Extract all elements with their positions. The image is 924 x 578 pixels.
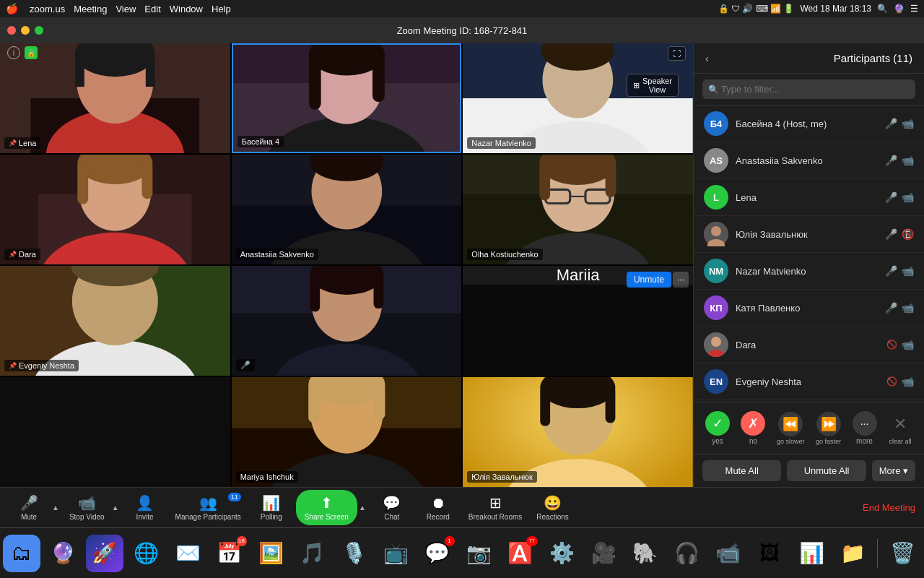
info-icon[interactable]: i xyxy=(7,46,20,59)
polling-button[interactable]: 📊 Polling xyxy=(250,491,293,524)
mute-all-button[interactable]: Mute All xyxy=(702,460,781,481)
mic-icon: 🎤 xyxy=(885,118,897,129)
dock-finder[interactable]: 🗂 xyxy=(3,535,40,572)
fullscreen-button[interactable]: ⛶ xyxy=(668,46,686,61)
participant-name: Anastasiia Sakvenko xyxy=(736,155,878,166)
reaction-go-slower[interactable]: ⏪ go slower xyxy=(777,412,805,445)
video-cell-lena[interactable]: 📌 Lena xyxy=(0,43,230,153)
menu-window[interactable]: Window xyxy=(170,4,203,14)
dock-zoom[interactable]: 🎥 xyxy=(585,535,622,572)
maximize-button[interactable] xyxy=(35,26,43,35)
menu-edit[interactable]: Edit xyxy=(144,4,160,14)
reaction-no[interactable]: ✗ no xyxy=(741,411,765,445)
dock-podcasts[interactable]: 🎙️ xyxy=(336,535,373,572)
video-cell-mariya[interactable]: Mariya Ishchuk xyxy=(232,377,462,487)
video-cell-evgeniy[interactable]: 📌 Evgeniy Neshta xyxy=(0,266,230,376)
menubar-control[interactable]: ☰ xyxy=(910,4,918,14)
share-arrow[interactable]: ▲ xyxy=(357,504,367,512)
list-item[interactable]: Юлія Завальнюк 🎤 📵 xyxy=(694,216,924,253)
list-item[interactable]: Dara 🚫 📹 xyxy=(694,327,924,363)
dock-powerpoint[interactable]: 📊 xyxy=(793,535,830,572)
dock-music[interactable]: 🎵 xyxy=(294,535,331,572)
reaction-yes[interactable]: ✓ yes xyxy=(705,411,730,445)
video-cell-mariia[interactable]: Mariia Unmute ··· xyxy=(463,266,693,376)
breakout-rooms-button[interactable]: ⊞ Breakout Rooms xyxy=(463,491,528,524)
security-icon[interactable]: 🔒 xyxy=(25,46,38,59)
video-cell-avatar-small[interactable]: 🎤 xyxy=(232,266,462,376)
speaker-view-button[interactable]: ⊞ Speaker View xyxy=(627,74,679,97)
dock-calendar[interactable]: 📅 18 xyxy=(211,535,248,572)
participant-search-input[interactable] xyxy=(702,79,915,99)
avatar: NM xyxy=(704,259,728,283)
reaction-clear-all[interactable]: ✕ clear all xyxy=(888,412,912,445)
video-cell-anastasiia[interactable]: Anastasiia Sakvenko xyxy=(232,155,462,264)
stop-video-button[interactable]: 📹 Stop Video xyxy=(64,491,110,524)
record-button[interactable]: ⏺ Record xyxy=(417,492,460,524)
reaction-go-faster[interactable]: ⏩ go faster xyxy=(816,412,841,445)
video-arrow[interactable]: ▲ xyxy=(110,504,121,512)
dock-launchpad[interactable]: 🚀 xyxy=(86,535,123,572)
end-meeting-button[interactable]: End Meeting xyxy=(854,498,924,517)
menu-view[interactable]: View xyxy=(116,4,136,14)
minimize-button[interactable] xyxy=(21,26,30,35)
menubar-siri[interactable]: 🔮 xyxy=(894,4,905,14)
reactions-button[interactable]: 😀 Reactions xyxy=(531,491,574,524)
dock-zoom2[interactable]: 📹 xyxy=(710,535,747,572)
dock-vox[interactable]: 🎧 xyxy=(668,535,705,572)
dock-mail[interactable]: ✉️ xyxy=(169,535,206,572)
invite-button[interactable]: 👤 Invite xyxy=(123,491,167,524)
dock-siri[interactable]: 🔮 xyxy=(45,535,82,572)
list-item[interactable]: NM Nazar Matvienko 🎤 📹 xyxy=(694,253,924,290)
manage-participants-button[interactable]: 👥 Manage Participants 11 xyxy=(170,491,247,524)
label-nazar: Nazar Matvienko xyxy=(467,137,536,149)
chat-label: Chat xyxy=(384,513,399,521)
more-options-button[interactable]: ··· xyxy=(673,272,689,288)
dock-tv[interactable]: 📺 xyxy=(377,535,414,572)
dock-appstore[interactable]: 🅰️ 77 xyxy=(502,535,539,572)
menu-help[interactable]: Help xyxy=(212,4,231,14)
list-item[interactable]: Б4 Басейна 4 (Host, me) 🎤 📹 xyxy=(694,105,924,142)
dock-photos[interactable]: 🖼️ xyxy=(253,535,290,572)
panel-more-button[interactable]: More ▾ xyxy=(872,460,915,481)
close-button[interactable] xyxy=(7,26,16,35)
dock-trash[interactable]: 🗑️ xyxy=(884,535,921,572)
chat-button[interactable]: 💬 Chat xyxy=(370,491,414,524)
dock-evernote[interactable]: 🐘 xyxy=(627,535,664,572)
unmute-all-button[interactable]: Unmute All xyxy=(787,460,866,481)
mute-button[interactable]: 🎤 Mute xyxy=(7,491,51,524)
list-item[interactable]: EN Evgeniy Neshta 🚫 📹 xyxy=(694,363,924,400)
menubar-search[interactable]: 🔍 xyxy=(877,4,888,14)
unmute-button[interactable]: Unmute xyxy=(627,272,671,288)
dock-facetime[interactable]: 📷 xyxy=(461,535,498,572)
list-item[interactable]: AS Anastasiia Sakvenko 🎤 📹 xyxy=(694,142,924,179)
cam-muted-icon: 📵 xyxy=(902,228,914,240)
apple-menu[interactable]: 🍎 xyxy=(6,3,18,14)
list-item[interactable]: КП Катя Павленко 🎤 📹 xyxy=(694,290,924,327)
video-cell-dara[interactable]: 📌 Dara xyxy=(0,155,230,264)
menu-meeting[interactable]: Meeting xyxy=(74,4,107,14)
participant-name: Басейна 4 (Host, me) xyxy=(736,118,878,129)
dock-finder2[interactable]: 📁 xyxy=(834,535,872,572)
clear-all-label: clear all xyxy=(889,438,911,445)
video-cell-basena4[interactable]: Басейна 4 xyxy=(232,43,462,153)
mute-control: 🎤 Mute ▲ xyxy=(7,491,61,524)
panel-title: Participants (11) xyxy=(834,52,912,64)
go-slower-icon: ⏪ xyxy=(778,412,803,436)
app-name[interactable]: zoom.us xyxy=(30,4,65,14)
no-icon: ✗ xyxy=(741,411,765,436)
reactions-icon: 😀 xyxy=(544,494,562,512)
reaction-more[interactable]: ··· more xyxy=(853,411,877,445)
dock-sysprefs[interactable]: ⚙️ xyxy=(544,535,581,572)
video-cell-nazar[interactable]: Nazar Matvienko xyxy=(463,43,693,153)
mute-arrow[interactable]: ▲ xyxy=(51,504,61,512)
list-item[interactable]: L Lena 🎤 📹 xyxy=(694,179,924,216)
dock-preview[interactable]: 🖼 xyxy=(751,535,789,572)
svg-rect-7 xyxy=(146,52,155,87)
dock-messages[interactable]: 💬 1 xyxy=(419,535,456,572)
dock-chrome[interactable]: 🌐 xyxy=(128,535,165,572)
video-cell-olha[interactable]: Olha Kostiuchenko xyxy=(463,155,693,264)
panel-collapse-icon[interactable]: ‹ xyxy=(705,52,709,64)
video-cell-yulia[interactable]: Юлія Завальнюк xyxy=(463,377,693,487)
share-screen-button[interactable]: ⬆ Share Screen xyxy=(296,490,357,525)
svg-rect-6 xyxy=(75,52,84,87)
